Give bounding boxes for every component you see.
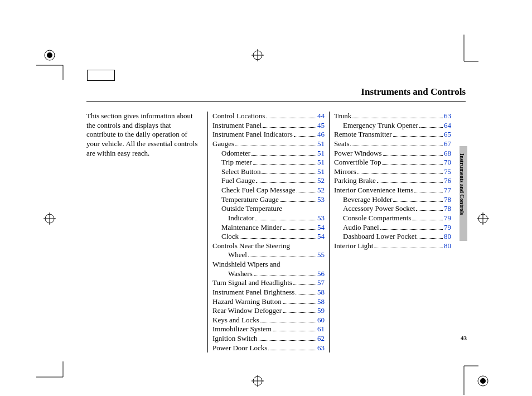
toc-entry-label: Power Windows xyxy=(334,149,382,158)
toc-leader-dots xyxy=(416,210,443,211)
toc-entry-label: Console Compartments xyxy=(343,214,411,223)
toc-entry-label: Control Locations xyxy=(212,112,265,121)
toc-entry: Control Locations44 xyxy=(212,112,325,121)
toc-page-link[interactable]: 68 xyxy=(444,149,451,158)
crop-mark-icon xyxy=(36,63,70,80)
toc-leader-dots xyxy=(262,173,316,174)
toc-entry: Trunk63 xyxy=(334,112,451,121)
toc-page-link[interactable]: 77 xyxy=(444,186,451,195)
toc-leader-dots xyxy=(266,118,316,118)
toc-page-link[interactable]: 56 xyxy=(317,269,325,279)
toc-entry-label: Temperature Gauge xyxy=(221,195,279,205)
toc-page-link[interactable]: 63 xyxy=(444,112,451,121)
toc-column-1: Control Locations44Instrument Panel45Ins… xyxy=(208,112,330,352)
toc-leader-dots xyxy=(273,331,316,331)
toc-entry: Instrument Panel45 xyxy=(212,121,325,131)
toc-entry-label: Interior Convenience Items xyxy=(334,186,413,195)
toc-page-link[interactable]: 46 xyxy=(317,130,325,139)
crop-mark-icon xyxy=(36,361,70,384)
toc-leader-dots xyxy=(263,127,316,128)
toc-page-link[interactable]: 53 xyxy=(317,214,325,223)
toc-page-link[interactable]: 64 xyxy=(444,121,451,131)
toc-leader-dots xyxy=(235,146,316,146)
toc-page-link[interactable]: 80 xyxy=(444,242,451,251)
toc-entry: Instrument Panel Indicators46 xyxy=(212,130,325,139)
toc-page-link[interactable]: 60 xyxy=(317,316,325,325)
toc-leader-dots xyxy=(254,276,316,276)
toc-entry: Trip meter51 xyxy=(212,158,325,167)
toc-leader-dots xyxy=(374,248,443,248)
toc-leader-dots xyxy=(280,201,316,202)
toc-page-link[interactable]: 53 xyxy=(317,195,325,205)
toc-page-link[interactable]: 51 xyxy=(317,158,325,167)
registration-mark-icon xyxy=(43,49,56,61)
toc-entry: Console Compartments79 xyxy=(334,214,451,223)
toc-leader-dots xyxy=(283,229,316,230)
toc-column-2: Trunk63Emergency Trunk Opener64Remote Tr… xyxy=(330,112,451,352)
toc-entry-label: Trunk xyxy=(334,112,351,121)
toc-page-link[interactable]: 79 xyxy=(444,214,451,223)
intro-text: This section gives information about the… xyxy=(86,112,201,158)
toc-page-link[interactable]: 51 xyxy=(317,167,325,177)
toc-page-link[interactable]: 58 xyxy=(317,288,325,297)
toc-entry-label: Fuel Gauge xyxy=(221,176,255,186)
toc-page-link[interactable]: 67 xyxy=(444,139,451,149)
toc-entry: Interior Convenience Items77 xyxy=(334,186,451,195)
blank-header-box xyxy=(87,70,115,81)
toc-leader-dots xyxy=(283,312,316,313)
toc-entry-label: Maintenance Minder xyxy=(221,223,282,233)
toc-page-link[interactable]: 44 xyxy=(317,112,325,121)
toc-leader-dots xyxy=(294,136,316,137)
toc-entry: Dashboard Lower Pocket80 xyxy=(334,232,451,242)
section-title: Instruments and Controls xyxy=(86,86,466,102)
toc-page-link[interactable]: 75 xyxy=(444,167,451,177)
toc-entry: Immobilizer System61 xyxy=(212,325,325,334)
toc-page-link[interactable]: 62 xyxy=(317,334,325,344)
toc-leader-dots xyxy=(256,182,316,183)
toc-page-link[interactable]: 70 xyxy=(444,158,451,167)
toc-entry-label: Wheel xyxy=(228,250,247,260)
toc-entry-label: Odometer xyxy=(221,149,250,158)
toc-entry-label: Select Button xyxy=(221,167,260,177)
toc-page-link[interactable]: 54 xyxy=(317,232,325,242)
toc-page-link[interactable]: 78 xyxy=(444,204,451,214)
toc-page-link[interactable]: 63 xyxy=(317,344,325,353)
toc-page-link[interactable]: 58 xyxy=(317,297,325,307)
toc-entry-label: Keys and Locks xyxy=(212,316,259,325)
toc-page-link[interactable]: 59 xyxy=(317,306,325,316)
toc-page-link[interactable]: 52 xyxy=(317,176,325,186)
toc-leader-dots xyxy=(382,164,443,165)
toc-page-link[interactable]: 55 xyxy=(317,250,325,260)
toc-entry: Fuel Gauge52 xyxy=(212,176,325,186)
toc-page-link[interactable]: 80 xyxy=(444,232,451,242)
toc-entry: Interior Light80 xyxy=(334,242,451,251)
toc-page-link[interactable]: 51 xyxy=(317,139,325,149)
toc-leader-dots xyxy=(377,182,443,183)
toc-entry: Gauges51 xyxy=(212,139,325,149)
crosshair-icon xyxy=(252,375,264,387)
toc-leader-dots xyxy=(357,173,443,174)
toc-entry: Remote Transmitter65 xyxy=(334,130,451,139)
toc-leader-dots xyxy=(350,146,443,146)
toc-entry-label: Immobilizer System xyxy=(212,325,272,334)
toc-page-link[interactable]: 76 xyxy=(444,176,451,186)
toc-entry-label: Trip meter xyxy=(221,158,252,167)
toc-page-link[interactable]: 45 xyxy=(317,121,325,131)
toc-leader-dots xyxy=(248,257,316,257)
crop-mark-icon xyxy=(462,35,478,68)
toc-page-link[interactable]: 78 xyxy=(444,195,451,205)
toc-entry-label: Check Fuel Cap Message xyxy=(221,186,296,195)
toc-entry: Temperature Gauge53 xyxy=(212,195,325,205)
toc-entry: Accessory Power Socket78 xyxy=(334,204,451,214)
toc-page-link[interactable]: 57 xyxy=(317,278,325,288)
toc-page-link[interactable]: 54 xyxy=(317,223,325,233)
toc-leader-dots xyxy=(393,201,443,202)
toc-page-link[interactable]: 61 xyxy=(317,325,325,334)
toc-leader-dots xyxy=(268,350,316,350)
toc-page-link[interactable]: 79 xyxy=(444,223,451,233)
toc-page-link[interactable]: 52 xyxy=(317,186,325,195)
toc-leader-dots xyxy=(293,284,316,285)
toc-page-link[interactable]: 65 xyxy=(444,130,451,139)
toc-page-link[interactable]: 51 xyxy=(317,149,325,158)
toc-entry-label: Hazard Warning Button xyxy=(212,297,282,307)
